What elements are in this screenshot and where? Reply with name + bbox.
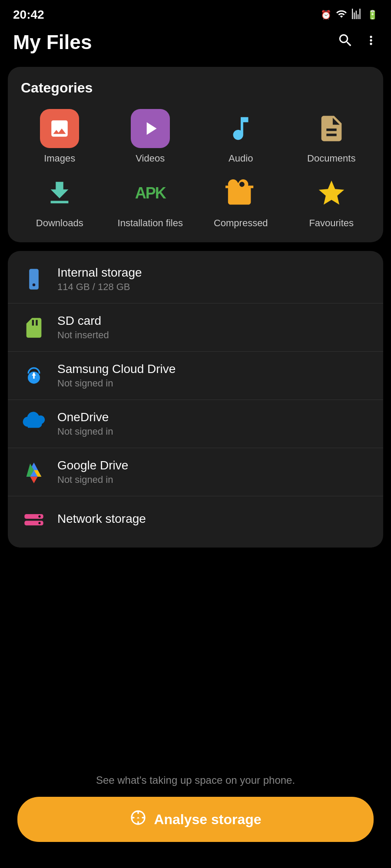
audio-icon	[221, 109, 260, 148]
sd-card-name: SD card	[57, 314, 109, 328]
images-icon	[40, 109, 79, 148]
google-drive-icon	[21, 459, 47, 485]
storage-hint: See what's taking up space on your phone…	[96, 774, 295, 786]
google-drive-sub: Not signed in	[57, 474, 128, 485]
documents-label: Documents	[307, 152, 355, 165]
category-compressed[interactable]: Compressed	[198, 174, 284, 230]
category-downloads[interactable]: Downloads	[17, 174, 103, 230]
onedrive-icon	[21, 411, 47, 437]
network-storage-name: Network storage	[57, 512, 146, 526]
documents-icon	[312, 109, 351, 148]
status-time: 20:42	[13, 8, 44, 22]
category-audio[interactable]: Audio	[198, 109, 284, 165]
videos-icon	[131, 109, 170, 148]
svg-point-1	[33, 284, 36, 287]
onedrive-sub: Not signed in	[57, 426, 113, 437]
sd-card-info: SD card Not inserted	[57, 314, 109, 341]
category-favourites[interactable]: Favourites	[288, 174, 375, 230]
storage-item-onedrive[interactable]: OneDrive Not signed in	[8, 400, 383, 448]
sd-card-icon	[21, 314, 47, 340]
analyse-storage-button[interactable]: Analyse storage	[17, 797, 374, 842]
internal-storage-icon	[21, 266, 47, 292]
google-drive-name: Google Drive	[57, 459, 128, 472]
bottom-section: See what's taking up space on your phone…	[0, 774, 391, 842]
svg-rect-0	[29, 269, 39, 290]
analyse-storage-label: Analyse storage	[154, 812, 261, 828]
network-storage-info: Network storage	[57, 512, 146, 528]
installation-files-label: Installation files	[118, 217, 183, 230]
storage-item-internal[interactable]: Internal storage 114 GB / 128 GB	[8, 255, 383, 304]
svg-marker-6	[30, 477, 37, 483]
storage-item-network[interactable]: Network storage	[8, 496, 383, 543]
downloads-label: Downloads	[36, 217, 83, 230]
wifi-icon	[336, 8, 347, 22]
internal-storage-name: Internal storage	[57, 266, 142, 280]
storage-item-google-drive[interactable]: Google Drive Not signed in	[8, 448, 383, 496]
downloads-icon	[40, 174, 79, 213]
categories-title: Categories	[17, 80, 374, 96]
category-videos[interactable]: Videos	[107, 109, 194, 165]
category-installation-files[interactable]: APK Installation files	[107, 174, 194, 230]
compressed-icon	[221, 174, 260, 213]
analyse-storage-icon	[129, 809, 147, 830]
google-drive-info: Google Drive Not signed in	[57, 459, 128, 485]
sd-card-sub: Not inserted	[57, 330, 109, 341]
internal-storage-info: Internal storage 114 GB / 128 GB	[57, 266, 142, 293]
favourites-icon	[312, 174, 351, 213]
internal-storage-sub: 114 GB / 128 GB	[57, 281, 142, 293]
audio-label: Audio	[229, 152, 253, 165]
onedrive-info: OneDrive Not signed in	[57, 410, 113, 437]
signal-icon	[351, 8, 363, 22]
status-icons: ⏰ 🔋	[321, 8, 378, 22]
samsung-cloud-name: Samsung Cloud Drive	[57, 362, 176, 376]
images-label: Images	[44, 152, 75, 165]
categories-grid: Images Videos Audio Documents	[17, 109, 374, 229]
onedrive-name: OneDrive	[57, 410, 113, 424]
categories-card: Categories Images Videos Audio	[8, 67, 383, 242]
samsung-cloud-sub: Not signed in	[57, 378, 176, 389]
alarm-icon: ⏰	[321, 10, 331, 20]
apk-icon: APK	[131, 174, 170, 213]
category-images[interactable]: Images	[17, 109, 103, 165]
header-actions	[337, 32, 378, 53]
battery-icon: 🔋	[367, 10, 378, 20]
app-header: My Files	[0, 26, 391, 67]
videos-label: Videos	[136, 152, 165, 165]
network-storage-icon	[21, 507, 47, 533]
favourites-label: Favourites	[309, 217, 354, 230]
samsung-cloud-icon	[21, 363, 47, 389]
compressed-label: Compressed	[214, 217, 268, 230]
more-options-icon[interactable]	[364, 33, 378, 51]
storage-card: Internal storage 114 GB / 128 GB SD card…	[8, 251, 383, 548]
svg-point-9	[38, 515, 40, 518]
status-bar: 20:42 ⏰ 🔋	[0, 0, 391, 26]
storage-item-sd-card[interactable]: SD card Not inserted	[8, 304, 383, 352]
category-documents[interactable]: Documents	[288, 109, 375, 165]
svg-point-10	[38, 522, 40, 524]
samsung-cloud-info: Samsung Cloud Drive Not signed in	[57, 362, 176, 389]
page-title: My Files	[13, 30, 92, 54]
storage-item-samsung-cloud[interactable]: Samsung Cloud Drive Not signed in	[8, 352, 383, 400]
search-icon[interactable]	[337, 32, 354, 53]
